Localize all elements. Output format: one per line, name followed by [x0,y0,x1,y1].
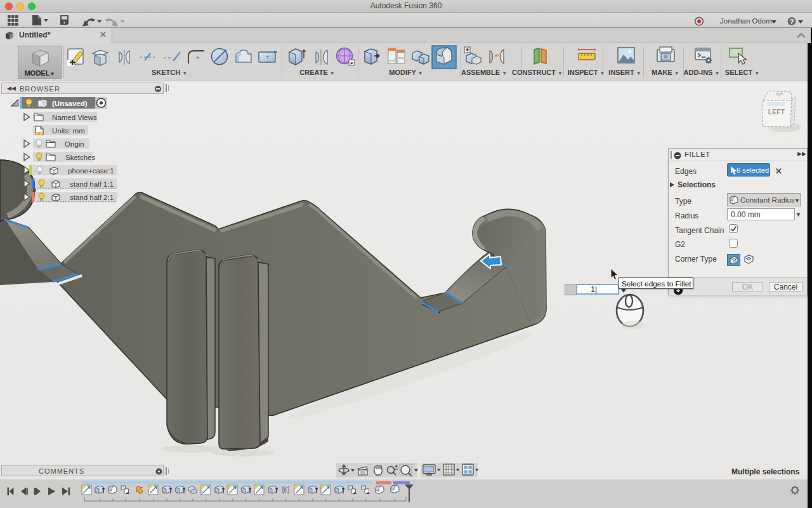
svg-text:stand half 2:1: stand half 2:1 [70,194,114,201]
svg-text:?: ? [790,18,794,25]
svg-text:+: + [266,54,269,60]
svg-text:stand half 1:1: stand half 1:1 [70,180,114,188]
svg-text:LEFT: LEFT [768,109,785,116]
svg-text:phone+case:1: phone+case:1 [68,167,114,175]
svg-text:Jonathan Odom: Jonathan Odom [720,17,772,25]
svg-text:+: + [196,55,199,61]
svg-text:(Unsaved): (Unsaved) [52,100,88,107]
svg-text:Units: mm: Units: mm [52,127,85,135]
svg-text:Named Views: Named Views [52,114,97,121]
svg-text:Sketches: Sketches [65,154,96,161]
svg-text:Origin: Origin [65,140,84,148]
